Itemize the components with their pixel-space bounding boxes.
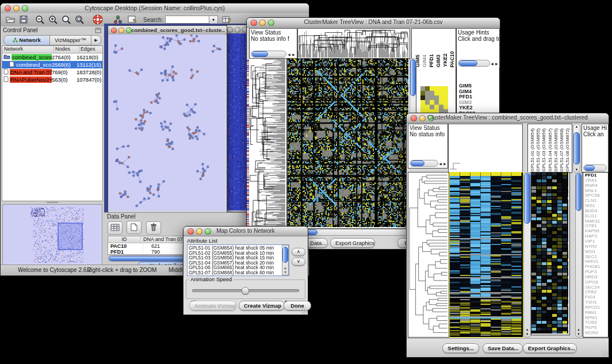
help-lifering-icon[interactable] [93,14,103,25]
table-edit-icon[interactable] [221,15,232,24]
select-attributes-button[interactable] [108,221,123,235]
heatmap-vscrollbar[interactable]: ▲ ▼ [523,172,531,338]
column-label[interactable]: GPL51-07 (GSM868) [559,128,565,172]
slider-thumb[interactable] [242,287,249,294]
row-dendrogram-panel[interactable] [249,58,287,229]
scroll-up-icon[interactable]: ▲ [576,328,582,332]
export-graphics-button[interactable]: Export Graphics... [523,343,577,353]
attribute-list-item[interactable]: GPL51-07 (GSM868) heat shock 60 min [189,270,282,275]
scroll-up-icon[interactable]: ▲ [282,266,288,270]
mini-heatmap-cell[interactable] [420,91,425,95]
column-dendrogram-panel[interactable] [448,124,523,173]
scroll-down-icon[interactable]: ▼ [282,270,288,274]
scroll-up-icon[interactable]: ▲ [573,125,580,129]
mini-heatmap-cell[interactable] [430,105,434,109]
mini-heatmap-cell[interactable] [430,100,434,105]
close-icon[interactable] [227,27,233,33]
treeview-dna-titlebar[interactable]: ClusterMaker TreeView : DNA and Tran 07-… [247,18,500,28]
column-label[interactable]: GPL51-06 (GSM865) [553,128,559,172]
animate-vizmap-button[interactable]: Animate Vizmap [189,301,236,311]
float-panel-icon[interactable] [95,28,101,33]
scroll-up-icon[interactable]: ▲ [524,328,530,332]
mini-heatmap-cell[interactable] [439,91,443,95]
annotation-icon[interactable] [127,15,137,24]
column-label[interactable]: PAC10 [449,51,456,67]
view-status-scrollbar[interactable] [410,160,438,167]
column-label[interactable]: GIM4 [422,55,428,67]
scroll-right-icon[interactable]: ▶ [292,53,296,57]
network-overview-canvas[interactable] [3,205,102,265]
tab-overflow-arrow[interactable]: ▶ [91,36,101,45]
mini-heatmap-cell[interactable] [425,95,430,100]
view-status-scrollbar[interactable] [251,51,286,58]
minimize-icon[interactable] [235,27,240,33]
scroll-down-icon[interactable]: ▼ [524,332,530,336]
mini-heatmap-cell[interactable] [420,100,425,105]
gene-labels-panel[interactable]: PFD1YRA1RNR4MSL1SPC98CLN1NIS1BUD4ELG1MAK… [583,172,609,338]
scrollbar-thumb[interactable] [576,173,582,211]
scroll-right-icon[interactable]: ▶ [443,162,447,166]
mini-heatmap-cell[interactable] [443,95,448,100]
column-dendrogram-panel[interactable] [297,28,410,59]
column-label[interactable]: YKE2 [442,53,449,67]
network-table-row[interactable]: combined_sco2569(6)13112(15) [2,61,102,68]
scrollbar-thumb[interactable] [410,59,416,96]
column-labels-panel[interactable]: GIM5GIM4PFD1GIM3YKE2PAC10 [411,28,456,68]
column-label[interactable]: PFD1 [429,54,435,67]
zoom-selected-icon[interactable] [75,15,85,25]
vizmap-icon[interactable] [113,15,123,24]
zoom-in-icon[interactable] [48,15,58,25]
scroll-left-icon[interactable]: ◀ [287,53,291,57]
export-graphics-button[interactable]: Export Graphics... [330,238,375,248]
mini-heatmap-cell[interactable] [434,105,439,109]
scrollbar-thumb[interactable] [282,247,288,263]
mini-heatmap-cell[interactable] [443,100,448,105]
network-table-row[interactable]: RNAPuberNov2+I563(0)107847(0) [2,76,102,83]
animation-speed-slider[interactable] [192,287,299,293]
main-titlebar[interactable]: Cytoscape Desktop (Session Name: collins… [1,3,309,14]
main-heatmap-panel[interactable] [287,58,410,229]
column-labels-panel[interactable]: GPL51-01 (GSM854)GPL51-02 (GSM855)GPL51-… [527,124,572,173]
mini-heatmap-cell[interactable] [430,95,434,100]
mini-heatmap-cell[interactable] [434,100,439,105]
save-icon[interactable] [19,15,28,24]
network-table-row[interactable]: DNA and Tran 07769(0)183728(0) [2,68,102,76]
mini-heatmap-cell[interactable] [443,105,448,109]
mini-heatmap-cell[interactable] [420,105,425,109]
network-table-header[interactable]: Network Nodes Edges [2,46,102,53]
column-label[interactable]: GPL51-03 (GSM856) [541,128,547,172]
scroll-down-icon[interactable]: ▼ [573,168,580,172]
resize-grip[interactable] [301,308,307,314]
minimize-icon[interactable] [118,28,124,33]
column-label[interactable]: GPL51-02 (GSM855) [536,128,541,172]
gene-list-vscrollbar[interactable]: ▲ ▼ [575,172,582,338]
column-label[interactable]: GPL51-08 (GSM872) [565,128,571,172]
mini-heatmap-cell[interactable] [439,105,443,109]
usage-hints-scrollbar[interactable] [583,164,607,171]
column-label[interactable]: GPL51-04 (GSM857) [548,128,553,172]
mini-heatmap-cell[interactable] [425,105,430,109]
search-input[interactable] [165,16,210,24]
tab-vizmapper[interactable]: VizMapper™ [50,36,91,45]
column-label[interactable]: GIM3 [435,55,442,67]
mini-heatmap-cell[interactable] [434,91,439,95]
mini-heatmap-cell[interactable] [439,95,443,100]
mini-heatmap-cell[interactable] [430,86,434,91]
map-dialog-titlebar[interactable]: Map Colors to Network [183,227,308,236]
mini-heatmap-cell[interactable] [425,86,430,91]
scrollbar-thumb[interactable] [573,132,580,164]
mini-heatmap-cell[interactable] [420,86,425,91]
scroll-right-icon[interactable]: ▶ [495,62,499,66]
zoom-fit-icon[interactable] [62,15,71,25]
secondary-heatmap-panel[interactable] [531,172,570,335]
treeview-combined-titlebar[interactable]: ClusterMaker TreeView : combined_scores_… [407,113,609,123]
row-dendrogram-panel[interactable] [408,172,449,338]
save-data-button[interactable]: Save Data... [483,343,523,353]
resize-grip[interactable] [602,350,608,357]
network-table-row[interactable]: combined_scores2764(0)16218(0) [2,53,102,61]
scroll-left-icon[interactable]: ◀ [438,162,442,166]
mini-heatmap-cell[interactable] [439,86,443,91]
mini-heatmap-cell[interactable] [425,100,430,105]
close-icon[interactable] [111,28,117,33]
mini-heatmap-cell[interactable] [434,95,439,100]
